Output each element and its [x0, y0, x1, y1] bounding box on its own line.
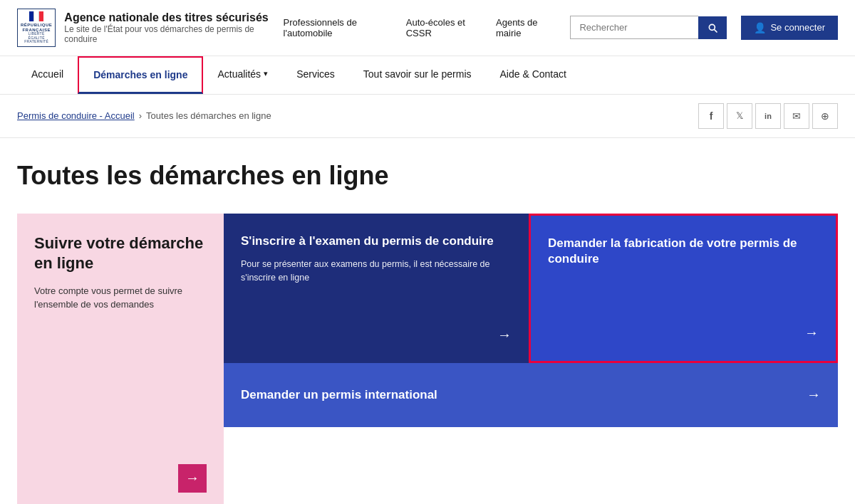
site-title: Agence nationale des titres sécurisés: [64, 11, 271, 24]
card-suivre-title: Suivre votre démarche en ligne: [34, 233, 207, 274]
breadcrumb-home[interactable]: Permis de conduire - Accueil: [17, 110, 135, 121]
share-icons: f 𝕏 in ✉ ⊕: [698, 103, 838, 129]
republic-line1: RÉPUBLIQUE: [21, 23, 52, 28]
header: RÉPUBLIQUE FRANÇAISE Liberté Égalité Fra…: [0, 0, 855, 56]
card-suivre-desc: Votre compte vous permet de suivre l'ens…: [34, 284, 207, 312]
user-icon: 👤: [754, 22, 766, 33]
card-international-arrow[interactable]: →: [807, 387, 821, 403]
linkedin-share-icon[interactable]: in: [755, 103, 781, 129]
card-inscrire-content: S'inscrire à l'examen du permis de condu…: [241, 233, 512, 285]
breadcrumb-bar: Permis de conduire - Accueil › Toutes le…: [0, 95, 855, 138]
cards-container: Suivre votre démarche en ligne Votre com…: [17, 214, 838, 504]
nav-accueil[interactable]: Accueil: [17, 57, 78, 93]
twitter-share-icon[interactable]: 𝕏: [727, 103, 752, 129]
site-identity: Agence nationale des titres sécurisés Le…: [64, 11, 271, 44]
chevron-down-icon: ▾: [264, 69, 268, 78]
cards-top-row: S'inscrire à l'examen du permis de condu…: [224, 214, 838, 363]
card-inscrire-arrow-container: →: [241, 327, 512, 343]
logo-area: RÉPUBLIQUE FRANÇAISE Liberté Égalité Fra…: [17, 9, 272, 47]
facebook-share-icon[interactable]: f: [698, 103, 724, 129]
card-permis-international[interactable]: Demander un permis international →: [224, 363, 838, 427]
main-content: Toutes les démarches en ligne Suivre vot…: [0, 138, 855, 504]
card-fabrication[interactable]: Demander la fabrication de votre permis …: [529, 214, 838, 363]
connect-button[interactable]: 👤 Se connecter: [741, 16, 838, 40]
nav-aide-contact[interactable]: Aide & Contact: [486, 57, 581, 93]
page-title: Toutes les démarches en ligne: [17, 161, 838, 191]
main-navigation: Accueil Démarches en ligne Actualités ▾ …: [0, 56, 855, 95]
card-inscrire[interactable]: S'inscrire à l'examen du permis de condu…: [224, 214, 529, 363]
breadcrumb-separator: ›: [139, 110, 142, 121]
nav-services[interactable]: Services: [282, 57, 349, 93]
top-link-mairie[interactable]: Agents de mairie: [496, 17, 556, 38]
top-link-auto-pros[interactable]: Professionnels de l'automobile: [284, 17, 392, 38]
card-suivre-content: Suivre votre démarche en ligne Votre com…: [34, 233, 207, 312]
card-international-title: Demander un permis international: [241, 388, 437, 402]
search-input[interactable]: [570, 16, 698, 39]
breadcrumb-current: Toutes les démarches en ligne: [146, 110, 271, 121]
search-icon: [707, 22, 718, 33]
nav-actualites[interactable]: Actualités ▾: [203, 57, 282, 93]
breadcrumb: Permis de conduire - Accueil › Toutes le…: [17, 110, 271, 121]
card-suivre-arrow[interactable]: →: [178, 464, 207, 493]
card-suivre[interactable]: Suivre votre démarche en ligne Votre com…: [17, 214, 224, 504]
top-nav-links: Professionnels de l'automobile Auto-écol…: [284, 17, 556, 38]
top-link-auto-ecoles[interactable]: Auto-écoles et CSSR: [406, 17, 482, 38]
card-fabrication-arrow[interactable]: →: [804, 325, 819, 341]
search-area: [570, 16, 727, 39]
connect-label: Se connecter: [770, 22, 825, 33]
card-inscrire-arrow[interactable]: →: [497, 327, 512, 343]
republic-line5: Fraternité: [24, 40, 48, 44]
search-button[interactable]: [698, 16, 727, 39]
card-inscrire-title: S'inscrire à l'examen du permis de condu…: [241, 233, 512, 249]
site-subtitle: Le site de l'État pour vos démarches de …: [64, 24, 271, 44]
card-suivre-arrow-container: →: [34, 464, 207, 493]
card-fabrication-arrow-container: →: [548, 325, 819, 341]
link-share-icon[interactable]: ⊕: [812, 103, 838, 129]
mail-share-icon[interactable]: ✉: [784, 103, 809, 129]
nav-tout-savoir[interactable]: Tout savoir sur le permis: [349, 57, 486, 93]
tricolor-flag: [29, 11, 43, 21]
card-inscrire-desc: Pour se présenter aux examens du permis,…: [241, 258, 512, 285]
card-fabrication-content: Demander la fabrication de votre permis …: [548, 236, 819, 275]
nav-demarches[interactable]: Démarches en ligne: [78, 56, 203, 94]
republic-logo: RÉPUBLIQUE FRANÇAISE Liberté Égalité Fra…: [17, 9, 56, 47]
cards-right: S'inscrire à l'examen du permis de condu…: [224, 214, 838, 504]
header-right: Professionnels de l'automobile Auto-écol…: [284, 16, 838, 40]
card-fabrication-title: Demander la fabrication de votre permis …: [548, 236, 819, 267]
